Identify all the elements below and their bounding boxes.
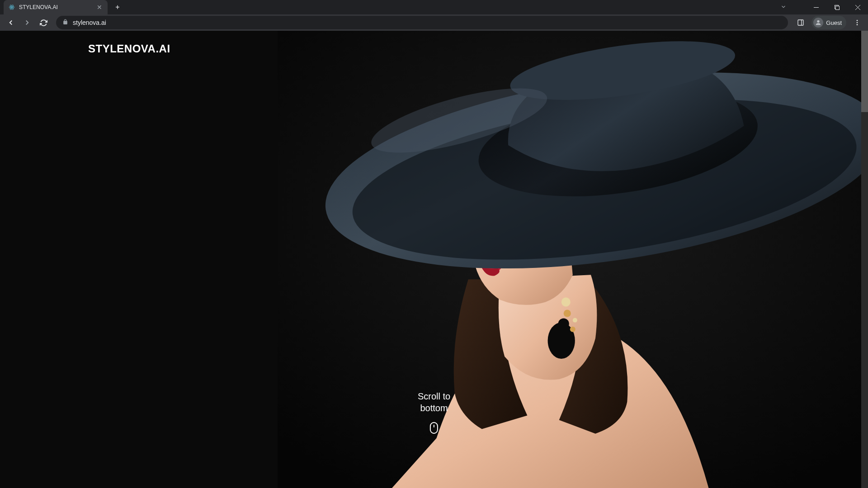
mouse-scroll-icon [430, 422, 438, 434]
svg-point-14 [857, 24, 858, 25]
svg-point-0 [11, 7, 12, 8]
browser-toolbar: stylenova.ai Guest [0, 14, 868, 31]
avatar-icon [813, 18, 823, 28]
window-controls [806, 0, 868, 14]
svg-point-21 [573, 318, 577, 323]
browser-menu-button[interactable] [851, 16, 863, 29]
browser-chrome: STYLENOVA.AI ✕ + [0, 0, 868, 31]
tab-title: STYLENOVA.AI [19, 4, 92, 10]
back-button[interactable] [5, 16, 17, 29]
toolbar-right: Guest [794, 16, 863, 29]
url-text: stylenova.ai [73, 19, 106, 26]
svg-rect-4 [814, 7, 819, 8]
react-favicon-icon [8, 4, 15, 11]
profile-label: Guest [826, 19, 842, 26]
scroll-to-bottom-button[interactable]: Scroll to bottom [418, 390, 450, 434]
tab-close-icon[interactable]: ✕ [96, 4, 103, 11]
address-bar[interactable]: stylenova.ai [56, 16, 788, 29]
scroll-text: Scroll to bottom [418, 390, 450, 414]
scrollbar[interactable] [861, 31, 868, 488]
lock-icon [62, 19, 68, 26]
hero-image [278, 31, 868, 488]
page-content: STYLENOVA.AI Scroll to bottom [0, 31, 868, 488]
svg-point-16 [561, 297, 571, 306]
maximize-button[interactable] [826, 0, 847, 14]
minimize-button[interactable] [806, 0, 826, 14]
svg-rect-6 [835, 6, 839, 9]
svg-rect-9 [798, 20, 803, 25]
tab-bar: STYLENOVA.AI ✕ + [0, 0, 868, 14]
side-panel-icon[interactable] [794, 16, 807, 29]
close-window-button[interactable] [847, 0, 868, 14]
svg-point-12 [857, 20, 858, 21]
reload-button[interactable] [37, 16, 50, 29]
tab-search-chevron-icon[interactable] [780, 4, 787, 12]
browser-tab[interactable]: STYLENOVA.AI ✕ [4, 0, 108, 14]
svg-point-17 [564, 310, 571, 317]
forward-button[interactable] [21, 16, 33, 29]
svg-point-13 [857, 22, 858, 23]
svg-point-20 [570, 327, 576, 332]
svg-point-11 [817, 20, 820, 23]
scrollbar-thumb[interactable] [861, 31, 868, 112]
profile-button[interactable]: Guest [811, 16, 846, 29]
new-tab-button[interactable]: + [111, 1, 124, 14]
brand-logo: STYLENOVA.AI [88, 42, 170, 55]
